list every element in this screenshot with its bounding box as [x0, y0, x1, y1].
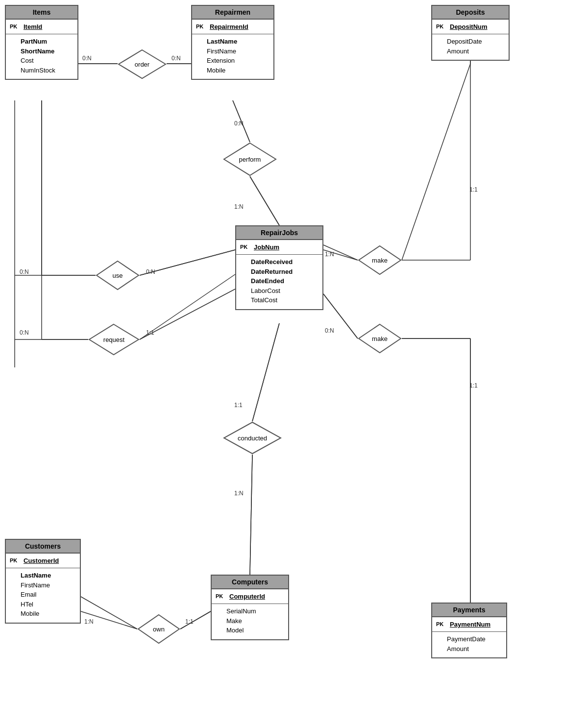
field-amount: Amount [447, 644, 502, 654]
deposits-pk-field: DepositNum [450, 23, 488, 31]
entity-deposits: Deposits PK DepositNum DepositDate Amoun… [431, 5, 510, 61]
field-lastname: LastName [21, 571, 76, 580]
diamond-conducted-label: conducted [238, 435, 267, 442]
pk-label: PK [10, 23, 21, 30]
diamond-make-top-label: make [372, 257, 388, 264]
field-cost: Cost [21, 56, 74, 66]
entity-computers-header: Computers [212, 576, 288, 589]
field-shortname: ShortName [21, 47, 74, 56]
field-paymentdate: PaymentDate [447, 634, 502, 644]
entity-payments-pk-row: PK PaymentNum [432, 619, 506, 630]
diamond-request-label: request [103, 336, 124, 343]
field-model: Model [226, 626, 284, 635]
customers-fields: LastName FirstName Email HTel Mobile [6, 570, 80, 621]
diamond-own: own [137, 614, 180, 644]
field-firstname: FirstName [21, 580, 76, 590]
diamond-make-top: make [358, 245, 402, 275]
diamond-make-bot-label: make [372, 335, 388, 342]
entity-repairmen: Repairmen PK RepairmenId LastName FirstN… [191, 5, 274, 80]
svg-line-17 [250, 455, 252, 575]
repairjobs-pk-field: JobNum [254, 243, 279, 252]
entity-deposits-body: PK DepositNum DepositDate Amount [432, 20, 509, 60]
card-customers-request: 0:N [20, 329, 29, 336]
items-fields: PartNum ShortName Cost NumInStock [6, 36, 77, 77]
card-order-repairmen: 0:N [172, 55, 181, 62]
entity-customers: Customers PK CustomerId LastName FirstNa… [5, 539, 81, 624]
field-laborcost: LaborCost [251, 286, 318, 296]
card-use-repairjobs: 0:N [146, 268, 155, 275]
pk-label: PK [436, 620, 447, 628]
diamond-use-label: use [113, 272, 123, 279]
entity-items-header: Items [6, 6, 77, 20]
payments-fields: PaymentDate Amount [432, 633, 506, 655]
field-datereceived: DateReceived [251, 257, 318, 267]
card-own-computers: 1:1 [185, 618, 194, 625]
card-perform-repairjobs: 1:N [234, 203, 244, 210]
entity-computers-body: PK ComputerId SerialNum Make Model [212, 589, 288, 639]
card-repairjobs-conducted: 1:1 [234, 402, 243, 409]
entity-repairmen-pk-row: PK RepairmenId [192, 22, 273, 32]
card-request-repairjobs: 1:1 [146, 329, 154, 336]
field-mobile: Mobile [207, 66, 270, 75]
entity-repairjobs-header: RepairJobs [236, 226, 322, 240]
entity-computers-pk-row: PK ComputerId [212, 591, 288, 602]
field-totalcost: TotalCost [251, 295, 318, 305]
entity-payments-body: PK PaymentNum PaymentDate Amount [432, 617, 506, 657]
entity-repairmen-body: PK RepairmenId LastName FirstName Extens… [192, 20, 273, 79]
diamond-order-label: order [135, 61, 149, 68]
repairjobs-fields: DateReceived DateReturned DateEnded Labo… [236, 256, 322, 307]
entity-repairjobs-pk-row: PK JobNum [236, 242, 322, 253]
card-items-use: 0:N [20, 268, 29, 275]
entity-customers-pk-row: PK CustomerId [6, 556, 80, 566]
field-partnum: PartNum [21, 37, 74, 47]
field-htel: HTel [21, 600, 76, 609]
svg-line-11 [402, 64, 470, 260]
items-pk-field: ItemId [24, 23, 42, 31]
entity-items-body: PK ItemId PartNum ShortName Cost NumInSt… [6, 20, 77, 79]
entity-computers: Computers PK ComputerId SerialNum Make M… [211, 575, 289, 640]
diamond-perform-label: perform [239, 156, 261, 163]
repairmen-fields: LastName FirstName Extension Mobile [192, 36, 273, 77]
computers-fields: SerialNum Make Model [212, 605, 288, 637]
entity-repairmen-header: Repairmen [192, 6, 273, 20]
diamond-make-bot: make [358, 323, 402, 354]
field-amount: Amount [447, 47, 505, 56]
svg-line-35 [252, 323, 279, 421]
entity-customers-header: Customers [6, 540, 80, 554]
entity-repairjobs: RepairJobs PK JobNum DateReceived DateRe… [235, 225, 323, 310]
field-extension: Extension [207, 56, 270, 66]
diamond-conducted: conducted [223, 421, 282, 455]
field-firstname: FirstName [207, 47, 270, 56]
svg-line-23 [250, 176, 279, 225]
svg-line-16 [252, 323, 279, 421]
pk-label: PK [240, 243, 251, 251]
diamond-perform: perform [223, 142, 277, 176]
card-repairjobs-make-bot: 0:N [325, 327, 334, 334]
diamond-use: use [96, 260, 140, 290]
field-serialnum: SerialNum [226, 606, 284, 616]
pk-label: PK [216, 592, 226, 600]
deposits-fields: DepositDate Amount [432, 36, 509, 58]
entity-repairjobs-body: PK JobNum DateReceived DateReturned Date… [236, 240, 322, 309]
pk-label: PK [10, 556, 21, 564]
diamond-own-label: own [153, 626, 165, 633]
card-customers-own: 1:N [84, 618, 94, 625]
field-make: Make [226, 616, 284, 626]
pk-label: PK [436, 23, 447, 30]
field-depositdate: DepositDate [447, 37, 505, 47]
pk-label: PK [196, 23, 207, 30]
card-make-top-deposits: 1:1 [469, 186, 478, 193]
card-conducted-computers: 1:N [234, 490, 244, 497]
entity-deposits-pk-row: PK DepositNum [432, 22, 509, 32]
field-lastname: LastName [207, 37, 270, 47]
card-items-order: 0:N [82, 55, 92, 62]
customers-pk-field: CustomerId [24, 556, 59, 565]
entity-items-pk-row: PK ItemId [6, 22, 77, 32]
erd-diagram: Items PK ItemId PartNum ShortName Cost N… [0, 0, 588, 701]
computers-pk-field: ComputerId [229, 592, 265, 601]
card-make-bot-payments: 1:1 [469, 382, 478, 389]
entity-deposits-header: Deposits [432, 6, 509, 20]
payments-pk-field: PaymentNum [450, 620, 490, 629]
entity-customers-body: PK CustomerId LastName FirstName Email H… [6, 554, 80, 623]
entity-items: Items PK ItemId PartNum ShortName Cost N… [5, 5, 78, 80]
